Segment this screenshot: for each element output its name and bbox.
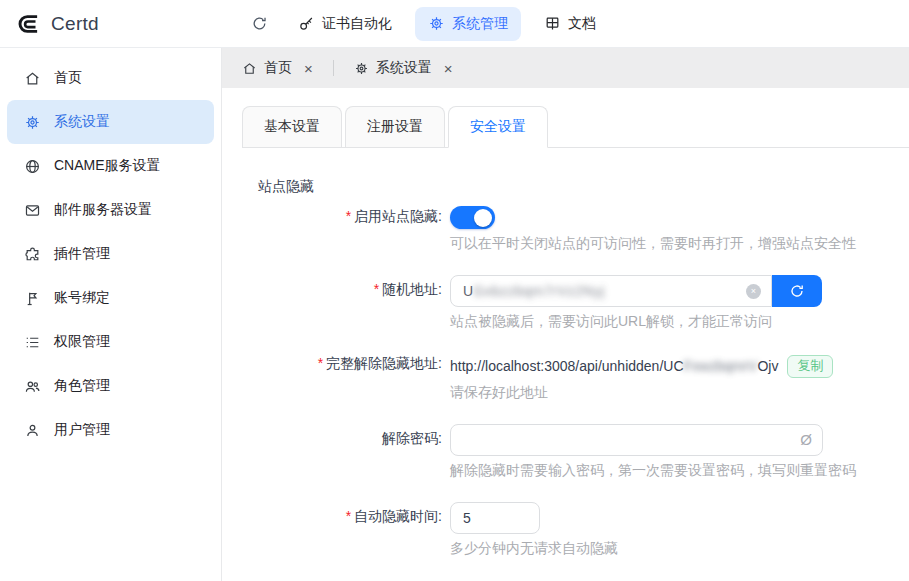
certd-logo-icon (16, 11, 42, 37)
gear-icon (354, 61, 369, 76)
team-icon (24, 378, 41, 395)
required-asterisk: * (318, 355, 323, 371)
field-label: *随机地址: (242, 275, 442, 331)
form-row-enable-hiding: *启用站点隐藏: 可以在平时关闭站点的可访问性，需要时再打开，增强站点安全性 (242, 206, 909, 253)
app-header: Certd 证书自动化 (0, 0, 909, 48)
sidebar-item-label: 用户管理 (54, 421, 110, 439)
home-icon (24, 70, 41, 87)
field-helper: 请保存好此地址 (450, 384, 833, 402)
key-icon (298, 15, 315, 32)
sidebar-item-permission-management[interactable]: 权限管理 (7, 320, 214, 364)
field-label: *自动隐藏时间: (242, 502, 442, 558)
settings-content: 基本设置 注册设置 安全设置 站点隐藏 *启用站点隐藏: 可以在平时关闭站点的可… (222, 88, 909, 581)
nav-label: 证书自动化 (322, 15, 392, 33)
sidebar-item-plugin-management[interactable]: 插件管理 (7, 232, 214, 276)
flag-icon (24, 290, 41, 307)
close-icon[interactable]: × (444, 61, 453, 76)
field-label: *启用站点隐藏: (242, 206, 442, 253)
main-area: 首页 × 系统设置 × 基本 (222, 48, 909, 581)
regenerate-button[interactable] (772, 275, 822, 307)
form-row-full-unhide-url: *完整解除隐藏地址: http://localhost:3008/api/unh… (242, 353, 909, 402)
field-helper: 可以在平时关闭站点的可访问性，需要时再打开，增强站点安全性 (450, 235, 856, 253)
certd-app: Certd 证书自动化 (0, 0, 909, 581)
page-tab-home[interactable]: 首页 × (236, 59, 319, 77)
plugin-icon (24, 246, 41, 263)
random-address-visible: U (463, 283, 473, 299)
sidebar-item-account-binding[interactable]: 账号绑定 (7, 276, 214, 320)
required-asterisk: * (346, 208, 351, 224)
required-asterisk: * (374, 281, 379, 297)
field-helper: 站点被隐藏后，需要访问此URL解锁，才能正常访问 (450, 313, 822, 331)
gear-icon (428, 15, 445, 32)
sidebar-item-role-management[interactable]: 角色管理 (7, 364, 214, 408)
auto-hide-time-input[interactable] (450, 502, 540, 534)
brand: Certd (16, 11, 211, 37)
unhide-url-text: http://localhost:3008/api/unhidden/UCFxw… (450, 358, 778, 374)
brand-name: Certd (51, 13, 99, 35)
sidebar-item-label: 邮件服务器设置 (54, 201, 152, 219)
user-icon (24, 422, 41, 439)
close-icon[interactable]: × (304, 61, 313, 76)
page-tab-label: 系统设置 (376, 59, 432, 77)
refresh-icon (251, 15, 268, 32)
nav-label: 文档 (568, 15, 596, 33)
nav-item-system-admin[interactable]: 系统管理 (415, 7, 521, 41)
tab-security-settings[interactable]: 安全设置 (448, 106, 548, 148)
required-asterisk: * (346, 508, 351, 524)
eye-off-icon[interactable]: Ø (800, 431, 812, 449)
random-address-input[interactable]: U Gxbzzbqm7rVz2Nyj × (450, 275, 772, 307)
home-icon (242, 61, 257, 76)
nav-item-docs[interactable]: 文档 (531, 7, 609, 41)
sidebar-item-label: 账号绑定 (54, 289, 110, 307)
refresh-button[interactable] (243, 8, 275, 40)
sidebar-item-label: 权限管理 (54, 333, 110, 351)
tab-divider (333, 60, 334, 76)
toggle-knob (474, 209, 492, 227)
sidebar: 首页 系统设置 CNAME服务设置 (0, 48, 222, 581)
clear-icon[interactable]: × (746, 284, 761, 299)
mail-icon (24, 202, 41, 219)
globe-icon (24, 158, 41, 175)
page-tab-system-settings[interactable]: 系统设置 × (348, 59, 459, 77)
sidebar-item-home[interactable]: 首页 (7, 56, 214, 100)
field-label: 解除密码: (242, 424, 442, 480)
app-body: 首页 系统设置 CNAME服务设置 (0, 48, 909, 581)
top-nav: 证书自动化 系统管理 文档 (243, 7, 609, 41)
enable-hiding-toggle[interactable] (450, 206, 495, 229)
sidebar-item-label: 首页 (54, 69, 82, 87)
section-title-site-hiding: 站点隐藏 (242, 178, 909, 196)
book-icon (544, 15, 561, 32)
sidebar-item-system-settings[interactable]: 系统设置 (7, 100, 214, 144)
nav-item-cert-automation[interactable]: 证书自动化 (285, 7, 405, 41)
sidebar-item-mail-server-settings[interactable]: 邮件服务器设置 (7, 188, 214, 232)
gear-icon (24, 114, 41, 131)
random-address-redacted: Gxbzzbqm7rVz2Nyj (473, 283, 605, 299)
tab-register-settings[interactable]: 注册设置 (345, 106, 445, 147)
list-icon (24, 334, 41, 351)
tab-basic-settings[interactable]: 基本设置 (242, 106, 342, 147)
copy-button[interactable]: 复制 (787, 355, 833, 378)
settings-tab-bar: 基本设置 注册设置 安全设置 (242, 106, 909, 148)
field-label: *完整解除隐藏地址: (242, 353, 442, 402)
sidebar-item-label: CNAME服务设置 (54, 157, 161, 175)
field-helper: 解除隐藏时需要输入密码，第一次需要设置密码，填写则重置密码 (450, 462, 856, 480)
page-tab-strip: 首页 × 系统设置 × (222, 48, 909, 88)
security-settings-form: 站点隐藏 *启用站点隐藏: 可以在平时关闭站点的可访问性，需要时再打开，增强站点… (242, 148, 909, 558)
sidebar-item-label: 系统设置 (54, 113, 110, 131)
form-row-random-address: *随机地址: U Gxbzzbqm7rVz2Nyj × (242, 275, 909, 331)
sidebar-item-cname-settings[interactable]: CNAME服务设置 (7, 144, 214, 188)
field-helper: 多少分钟内无请求自动隐藏 (450, 540, 618, 558)
sidebar-item-label: 插件管理 (54, 245, 110, 263)
refresh-icon (789, 283, 805, 299)
sidebar-item-label: 角色管理 (54, 377, 110, 395)
url-redacted: FxwzbqmrV (684, 358, 758, 374)
sidebar-item-user-management[interactable]: 用户管理 (7, 408, 214, 452)
unlock-password-input[interactable] (450, 424, 823, 456)
nav-label: 系统管理 (452, 15, 508, 33)
page-tab-label: 首页 (264, 59, 292, 77)
form-row-unlock-password: 解除密码: Ø 解除隐藏时需要输入密码，第一次需要设置密码，填写则重置密码 (242, 424, 909, 480)
form-row-auto-hide-time: *自动隐藏时间: 多少分钟内无请求自动隐藏 (242, 502, 909, 558)
